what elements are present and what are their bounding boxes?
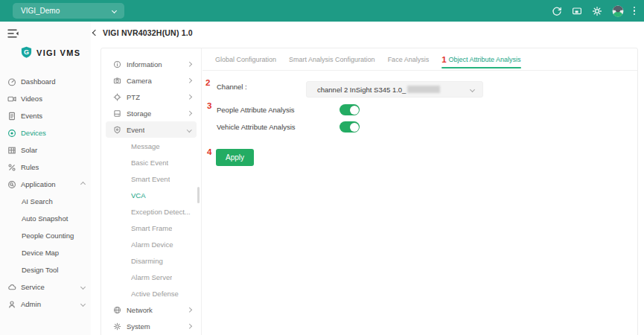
sidebar-item-auto-snapshot[interactable]: Auto Snapshot [0,210,91,227]
avatar[interactable] [612,5,624,17]
breadcrumb[interactable]: VIGI NVR4032H(UN) 1.0 [93,28,193,37]
sidebar-item-application[interactable]: Application [0,176,91,193]
annotation-3: 3 [207,101,211,110]
chevron-right-icon [187,62,191,66]
device-menu-alarm-device[interactable]: Alarm Device [101,236,201,252]
tab-face-analysis[interactable]: Face Analysis [388,48,430,71]
tab-object-attribute-analysis[interactable]: 1 Object Attribute Analysis [441,48,520,71]
sidebar-item-label: Videos [21,95,42,103]
chevron-down-icon [112,8,117,13]
device-menu-disarming[interactable]: Disarming [101,252,201,269]
sidebar-item-ai-search[interactable]: AI Search [0,193,91,210]
sidebar-item-label: Events [21,112,42,120]
people-attribute-label: People Attribute Analysis [217,106,295,114]
sidebar-item-videos[interactable]: Videos [0,90,91,107]
network-icon [113,306,121,314]
apply-button[interactable]: Apply [216,149,254,166]
sidebar-item-solar[interactable]: Solar [0,141,91,159]
solar-panel-icon [7,146,16,155]
device-menu-alarm-server[interactable]: Alarm Server [101,269,201,285]
cloud-icon [7,283,16,292]
people-attribute-toggle[interactable] [339,104,360,115]
device-settings-panel: Information Camera PTZ Storage Event Mes… [101,48,638,335]
chevron-up-icon [80,182,86,187]
device-menu-information[interactable]: Information [101,56,201,72]
device-menu-smart-frame[interactable]: Smart Frame [101,220,201,236]
toggle-knob [350,106,359,115]
sidebar-item-people-counting[interactable]: People Counting [0,227,91,244]
chevron-down-icon [187,127,191,132]
device-menu-active-defense[interactable]: Active Defense [101,285,201,302]
refresh-icon[interactable] [552,6,562,16]
topbar-actions [552,0,636,22]
site-selector[interactable]: VIGI_Demo [13,3,124,19]
annotation-2: 2 [205,78,210,87]
event-shield-icon [113,126,121,134]
device-menu-basic-event[interactable]: Basic Event [101,154,201,170]
tab-bar: Global Configuration Smart Analysis Conf… [203,48,637,71]
gear-icon[interactable] [592,6,602,16]
person-icon [7,300,16,309]
device-menu-network[interactable]: Network [101,302,201,318]
sidebar-item-dashboard[interactable]: Dashboard [0,73,91,90]
back-chevron-icon[interactable] [92,30,98,36]
annotation-4: 4 [207,147,211,156]
sidebar-item-design-tool[interactable]: Design Tool [0,261,91,278]
video-camera-icon [7,95,16,103]
chevron-right-icon [187,307,191,312]
top-bar: VIGI_Demo [0,0,644,22]
sidebar-item-events[interactable]: Events [0,107,91,124]
application-icon [7,180,16,189]
device-menu-smart-event[interactable]: Smart Event [101,170,201,187]
chevron-down-icon [470,86,475,92]
redacted-text [407,86,440,93]
chevron-down-icon [80,284,86,290]
sidebar-item-label: Rules [21,163,39,171]
tab-global-configuration[interactable]: Global Configuration [215,48,276,71]
device-menu-exception-detection[interactable]: Exception Detect... [101,203,201,220]
site-selector-label: VIGI_Demo [21,7,60,15]
device-menu-system[interactable]: System [101,318,201,334]
ptz-icon [113,93,121,101]
channel-value: channel 2 InSight S345 1.0_ [317,86,406,94]
storage-icon [113,109,121,118]
channel-label: Channel : [217,83,247,91]
device-menu-message[interactable]: Message [101,138,201,154]
sidebar-item-device-map[interactable]: Device Map [0,244,91,261]
tab-smart-analysis-configuration[interactable]: Smart Analysis Configuration [289,48,375,71]
screen-icon[interactable] [572,6,582,16]
camera-icon [113,77,121,85]
sidebar-item-devices[interactable]: Devices [0,124,91,141]
sidebar-item-label: Service [21,283,45,291]
device-menu-scrollbar[interactable] [197,187,200,203]
device-title: VIGI NVR4032H(UN) 1.0 [103,28,193,37]
rules-icon [7,163,16,172]
sidebar-item-rules[interactable]: Rules [0,159,91,176]
device-menu-vca[interactable]: VCA [101,187,201,203]
device-menu-storage[interactable]: Storage [101,105,201,121]
annotation-1: 1 [441,55,446,64]
target-icon [7,129,16,138]
device-menu-ptz[interactable]: PTZ [101,89,201,105]
vehicle-attribute-toggle[interactable] [339,121,360,133]
info-icon [113,60,121,68]
chevron-right-icon [187,111,191,115]
vigi-shield-icon: G [20,46,33,59]
brand-name: VIGI VMS [36,48,80,57]
device-menu-camera[interactable]: Camera [101,72,201,89]
chevron-right-icon [187,324,191,328]
sidebar-item-label: Admin [21,300,41,308]
sidebar-item-label: Devices [21,129,46,137]
device-menu-event[interactable]: Event [106,121,197,138]
sidebar-collapse-icon[interactable] [7,28,19,39]
sidebar-item-service[interactable]: Service [0,278,91,296]
sidebar-nav: Dashboard Videos Events Devices Solar Ru… [0,73,91,313]
app-logo: G VIGI VMS [20,46,80,59]
chevron-right-icon [187,95,191,99]
sidebar-item-label: Dashboard [21,77,55,86]
vehicle-attribute-label: Vehicle Attribute Analysis [217,123,296,131]
sidebar-item-admin[interactable]: Admin [0,296,91,313]
more-menu-icon[interactable] [634,7,636,16]
channel-select[interactable]: channel 2 InSight S345 1.0_ [306,81,483,98]
toggle-knob [350,123,359,132]
